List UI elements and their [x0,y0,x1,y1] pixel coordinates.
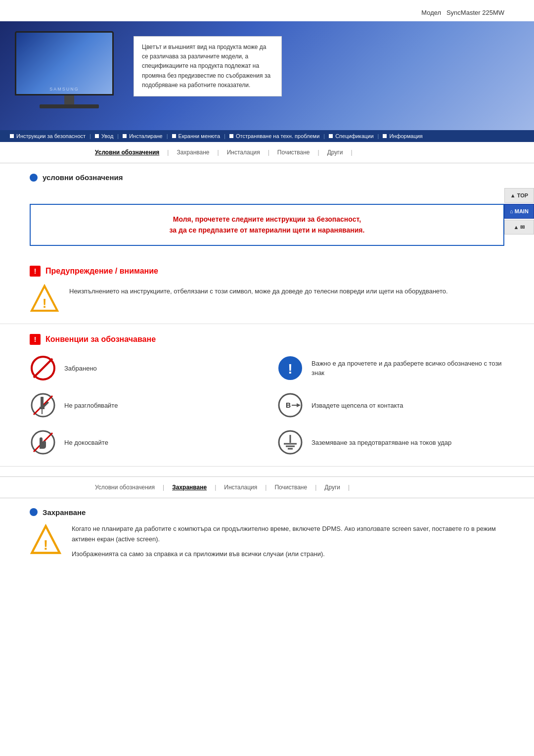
model-label: Модел [421,9,441,16]
unplug-label: Извадете щепсела от контакта [312,401,403,411]
blue-dot-icon [30,174,38,182]
convention-item-ground: Заземяване за предотвратяване на токов у… [277,429,504,456]
power-title: Захранване [43,508,86,517]
tab-installation[interactable]: Инсталация [221,147,266,158]
tab-other[interactable]: Други [321,147,349,158]
nav-item-intro[interactable]: Увод [95,133,113,139]
blue-dot-power-icon [30,508,38,516]
convention-item-exclaim: ! Важно е да прочетете и да разберете вс… [277,355,504,382]
sidebar-buttons: ▲ TOP ⌂ MAIN ▲ ✉ [504,188,534,235]
hero-section: Цветът и външният вид на продукта може д… [0,21,534,130]
tab-nav-bottom: Условни обозначения | Захранване | Инста… [0,476,534,498]
no-touch-label: Не докосвайте [64,438,108,448]
power-section: Захранване ! Когато не планирате да рабо… [0,498,534,569]
warning-body: ! Неизпълнението на инструкциите, отбеля… [30,284,504,314]
email-button[interactable]: ▲ ✉ [504,220,534,235]
nav-dot-6 [329,134,333,138]
convention-item-forbidden: Забранено [30,355,257,382]
no-touch-icon [30,429,57,456]
model-header: Модел SyncMaster 225MW [0,0,534,21]
tab-power[interactable]: Захранване [171,147,215,158]
nav-item-menus[interactable]: Екранни менюта [172,133,221,139]
forbidden-label: Забранено [64,364,97,374]
nav-dot-7 [383,134,387,138]
convention-grid: Забранено ! Важно е да прочетете и да ра… [30,355,504,456]
warning-section: ! Предупреждение / внимание ! Неизпълнен… [0,256,534,324]
top-nav: Инструкции за безопасност | Увод | Инста… [0,130,534,142]
no-disassemble-label: Не разглобявайте [64,401,118,411]
svg-text:!: ! [44,537,48,553]
btab-other[interactable]: Други [318,482,346,493]
nav-dot-3 [123,134,127,138]
warning-red-icon: ! [30,266,41,277]
no-disassemble-icon [30,392,57,419]
power-text1: Когато не планирате да работите с компют… [72,524,504,545]
btab-conventions[interactable]: Условни обозначения [89,482,161,493]
nav-item-specs[interactable]: Спецификации [329,133,373,139]
ground-icon [277,429,304,456]
forbidden-icon [30,355,57,382]
convention-section: ! Конвенции за обозначаване Забранено ! … [0,324,534,467]
power-heading: Захранване [30,508,504,517]
safety-notice-box: Моля, прочетете следните инструкции за б… [30,204,504,246]
warning-text: Неизпълнението на инструкциите, отбеляза… [69,284,448,297]
up-arrow-icon: ▲ [514,224,519,230]
convention-red-icon: ! [30,334,41,345]
convention-heading: ! Конвенции за обозначаване [30,334,504,345]
tab-nav-top: Условни обозначения | Захранване | Инста… [0,142,534,163]
nav-item-install[interactable]: Инсталиране [123,133,163,139]
warning-heading: ! Предупреждение / внимание [30,266,504,277]
triangle-warning-icon: ! [30,284,59,314]
svg-marker-15 [297,403,301,407]
exclaim-icon: ! [277,355,304,382]
power-text2: Изображенията са само за справка и са пр… [72,549,504,560]
section1-title: условни обозначения [43,173,123,182]
svg-text:B: B [286,401,291,409]
nav-dot-5 [229,134,233,138]
model-name: SyncMaster 225MW [446,9,504,16]
nav-dot [10,134,14,138]
power-body: ! Когато не планирате да работите с комп… [30,524,504,560]
svg-rect-10 [42,409,43,414]
hero-tooltip: Цветът и външният вид на продукта може д… [134,36,282,96]
btab-cleaning[interactable]: Почистване [268,482,313,493]
convention-title: Конвенции за обозначаване [45,335,156,344]
convention-item-no-disassemble: Не разглобявайте [30,392,257,419]
tab-cleaning[interactable]: Почистване [271,147,316,158]
exclaim-label: Важно е да прочетете и да разберете всич… [312,359,504,378]
monitor-neck [64,95,74,104]
svg-rect-8 [41,397,44,407]
convention-item-no-touch: Не докосвайте [30,429,257,456]
main-icon: ⌂ [510,208,513,214]
tab-conventions[interactable]: Условни обозначения [89,147,165,158]
top-arrow-icon: ▲ [510,192,516,198]
top-button[interactable]: ▲ TOP [504,188,534,203]
svg-text:!: ! [288,361,292,377]
nav-item-info[interactable]: Информация [383,133,422,139]
section-conventions: условни обозначения [0,163,534,199]
btab-installation[interactable]: Инсталация [218,482,263,493]
svg-text:!: ! [43,296,47,311]
warning-title: Предупреждение / внимание [45,267,158,276]
section1-heading: условни обозначения [30,173,504,182]
monitor-illustration [15,31,124,120]
nav-dot-2 [95,134,99,138]
monitor-base [40,104,99,108]
monitor-screen [15,31,114,95]
nav-dot-4 [172,134,176,138]
plug-icon: B [277,392,304,419]
safety-text: Моля, прочетете следните инструкции за б… [45,214,489,236]
nav-item-safety[interactable]: Инструкции за безопасност [10,133,86,139]
convention-item-unplug: B Извадете щепсела от контакта [277,392,504,419]
power-texts: Когато не планирате да работите с компют… [72,524,504,560]
main-button[interactable]: ⌂ MAIN [504,204,534,219]
btab-power[interactable]: Захранване [166,482,213,493]
ground-label: Заземяване за предотвратяване на токов у… [312,438,451,448]
svg-line-3 [34,359,52,378]
nav-item-troubleshoot[interactable]: Отстраняване на техн. проблеми [229,133,319,139]
power-warning-icon: ! [30,524,62,556]
